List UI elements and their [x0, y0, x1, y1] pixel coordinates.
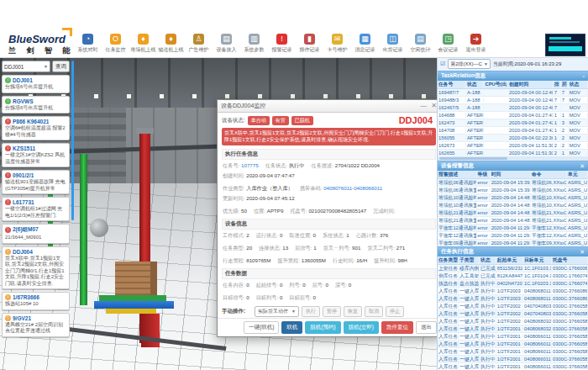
table-row[interactable]: 入库任务 一键入库 执行中 1/2TF2002 0408068032 0300C…: [438, 318, 588, 325]
table-row[interactable]: 堆垛机21通讯超时 error 2020-09-04 14:48:30 堆垛机2…: [438, 209, 588, 217]
alarm-card[interactable]: RGVWS 分拣塔6号出库提升机: [2, 96, 70, 114]
dialog-footer-button[interactable]: 联机: [281, 321, 302, 334]
toolbar-item[interactable]: ▤ 空闲统计: [407, 34, 434, 54]
toolbar-item[interactable]: ♙ 广告维护: [185, 34, 213, 54]
field-value: 1360055M: [302, 257, 326, 263]
alarm-card[interactable]: 9/GV21 通风蝶空21# 2层空间识别点位置处开连通过线: [2, 313, 70, 337]
table-row[interactable]: 平衡车12通讯恢复 error 2020-09-04 11:29:01 平衡车1…: [438, 232, 588, 240]
table-row[interactable]: 拣选任务 盘点拣选 执行中 0402N47201 1C.1F0203.1 030…: [438, 280, 588, 288]
field: 任务内容: 0: [223, 282, 256, 289]
dialog-footer-button[interactable]: 脱机(预约): [305, 321, 340, 334]
table-row[interactable]: 平衡车09通讯超时 error 2020-09-04 11:29:01 平衡车0…: [438, 240, 588, 246]
manual-op-button[interactable]: 恢复: [344, 306, 362, 317]
panel-close-icon[interactable]: ✕: [580, 163, 585, 170]
manual-op-button[interactable]: 停止: [386, 306, 404, 317]
scene-green-column: [80, 154, 87, 305]
manual-op-button[interactable]: 暂停: [323, 306, 341, 317]
cell: 0300C-37660866: [552, 288, 588, 293]
toolbar-item[interactable]: ♦ 输送机上线: [157, 34, 185, 54]
manual-op-button[interactable]: 执行: [302, 306, 320, 317]
table-row[interactable]: 堆垛机21通讯恢复 error 2020-09-04 14:48:30 堆垛机2…: [438, 217, 588, 225]
toolbar-item[interactable]: ◔ 系统对时: [74, 34, 102, 54]
dialog-footer-button[interactable]: 急停复位: [381, 321, 413, 334]
table-row[interactable]: 入库任务 一键入库 执行中 1/2TF2003 0408068011 0300C…: [438, 295, 588, 303]
table-row[interactable]: 入库任务 一键入库 执行中 1/2TF2001 0408068032 0300C…: [438, 325, 588, 333]
toolbar-item[interactable]: ◫ 出货记录: [379, 34, 407, 54]
table-row[interactable]: 堆垛机06通讯恢复 error 2020-09-04 15:39:36 堆垛机0…: [438, 187, 588, 194]
scrollbar-thumb[interactable]: [439, 157, 507, 160]
panel-collapse-icon[interactable]: ▫: [583, 73, 585, 79]
cell: 一键入库: [459, 303, 480, 310]
table-row[interactable]: 入库任务 一键入库 执行中 1/2TF2001 0408066011 0300C…: [438, 363, 588, 370]
floor-checkbox[interactable]: ☑: [440, 60, 445, 68]
cell: MOV: [569, 120, 588, 125]
alarm-card[interactable]: DDJ001 分拣塔6号出库提升机: [2, 75, 70, 93]
fork-action-select[interactable]: 实际货叉动作 ▼: [255, 306, 299, 317]
floor-select-value: 第2排(XX)—C: [450, 61, 482, 68]
table-row[interactable]: 162655 AFTER 2020-09-04 11:51:30 2 1 MOV: [438, 150, 588, 156]
cell: 2020-09-04 00:12:40: [508, 98, 554, 103]
table-row[interactable]: 162673 AFTER 2020-09-04 11:51:30 2 2 MOV: [438, 142, 588, 150]
alarm-card[interactable]: KZS1511 一楼北区1#空调KZS2 风机温度传感器异常: [2, 143, 70, 167]
cell: ASRS_UC3: [567, 210, 588, 215]
table-row[interactable]: 入库任务 一键入库 执行中 1/2TF2001 0408066011 0300C…: [438, 341, 588, 348]
toolbar-item[interactable]: ! 报警记录: [268, 34, 296, 54]
section-task-data-title: 任务数据: [222, 268, 436, 279]
table-row[interactable]: 入库任务 一键入库 执行中 1/2TF2001 0408066011 0300C…: [438, 333, 588, 341]
table-row[interactable]: 入库任务 一键入库 执行中 1/2TF2002 0407040803 0300C…: [438, 310, 588, 318]
table-row[interactable]: 入库任务 一键入库 执行中 1/2TF2002 0407040803 0300C…: [438, 303, 588, 310]
table-row[interactable]: 堆垛机10通讯恢复 error 2020-09-04 14:48:34 堆垛机1…: [438, 202, 588, 209]
alarm-card[interactable]: L617731 一楼空调机组1#过滤网 光电1/1(2/3)#压差报警门.: [2, 197, 70, 221]
app-root: 巷道信息 一楼巷道1# 堆垛机DDJ001 一楼巷道2# 堆垛机DDJ002: [0, 0, 588, 370]
toolbar-item[interactable]: ▦ 消息记录: [351, 34, 379, 54]
table-row[interactable]: 164688 AFTER 2020-09-04 01:27:41 1 1 MOV: [438, 112, 588, 119]
alarm-card[interactable]: 0901/2/1 输送机901变频器故障 光电(GTP305#)提升机异常: [2, 170, 70, 194]
alarm-card[interactable]: DDJ004 货叉X联中,货叉1预留1文联,货叉2预留2文联,外围安全门刀闸梯0…: [2, 246, 70, 290]
dialog-title-bar[interactable]: 设备DDJ004监控 — ✕: [218, 100, 440, 113]
toolbar-item-icon: ◳: [443, 34, 454, 45]
manual-op-button[interactable]: 取消: [365, 306, 383, 317]
table-row[interactable]: 156055 AFTER 2020-09-04 02:22:36 1 2 MOV: [438, 135, 588, 142]
panel-close-icon[interactable]: ✕: [580, 249, 585, 256]
table-row[interactable]: 162467/5 A-188 2020-09-04 00:12:40 7 MOV: [438, 104, 588, 112]
toolbar-item[interactable]: ▮ 操作记录: [296, 34, 323, 54]
table-row[interactable]: 162473 AFTER 2020-09-04 01:27:42 1 3 MOV: [438, 119, 588, 127]
table-row[interactable]: 169487/7 A-188 2020-09-04 00:12:40 7 7 M…: [438, 89, 588, 97]
toolbar-item[interactable]: ♦ 堆垛机上线: [129, 34, 157, 54]
table-row[interactable]: 倒库任务 入工具架 已完成 812KA8447 1C.1F0104.1 0300…: [438, 272, 588, 280]
minimize-icon[interactable]: —: [420, 102, 427, 110]
toolbar-item[interactable]: ▤ 设备接入: [213, 34, 240, 54]
toolbar-item[interactable]: ◳ 会议记录: [434, 34, 462, 54]
cell: 1/2TF2001: [496, 341, 523, 346]
toolbar-item[interactable]: ▥ 系统参数: [240, 34, 268, 54]
table-row[interactable]: 上架任务 移库内倒 已完成 6511S6/232 1C.1F0103.1 030…: [438, 265, 588, 272]
dialog-footer-button[interactable]: 一键(联机): [244, 321, 279, 334]
dialog-footer-button[interactable]: 脱机(立即): [344, 321, 379, 334]
table-row[interactable]: 入库任务 一键入库 执行中 1/2TF2001 0408066011 0300C…: [438, 356, 588, 363]
status-mini-widget[interactable]: [545, 34, 585, 56]
field-value: 0: [246, 282, 249, 288]
toolbar-item[interactable]: O 任务监控: [102, 34, 129, 54]
table-row[interactable]: 平衡车12通讯超时 error 2020-09-04 11:29:29 平衡车1…: [438, 225, 588, 232]
search-button[interactable]: 查询: [52, 61, 70, 72]
table-row[interactable]: 入库任务 一键入库 执行中 1/2TF2003 0408068011 0300C…: [438, 288, 588, 295]
close-icon[interactable]: ✕: [431, 102, 437, 110]
toolbar-item[interactable]: ✉ 卡号维护: [323, 34, 351, 54]
dialog-footer-button[interactable]: 退出: [416, 321, 437, 334]
device-filter-select[interactable]: DDJ001 ▼: [2, 61, 50, 72]
toolbar-item[interactable]: ➔ 退出登录: [462, 34, 490, 54]
sidebar-scrollbar[interactable]: [71, 61, 74, 220]
alarm-card[interactable]: P866 K964021 空调6#机组温度超温 报警2楼#4号传感器: [2, 116, 70, 140]
horizontal-scrollbar[interactable]: [438, 156, 588, 161]
table-row[interactable]: 堆垛机10通讯超时 error 2020-09-04 14:48:34 堆垛机1…: [438, 194, 588, 202]
cell: ASRS_UC2: [567, 233, 588, 238]
table-row[interactable]: 164708 AFTER 2020-09-04 01:27:42 1 2 MOV: [438, 127, 588, 135]
field: 托盘号: 02100270008482805147: [290, 208, 373, 215]
alarm-card[interactable]: 2(6)组M07 21/3644_M0901: [2, 224, 70, 244]
floor-select[interactable]: 第2排(XX)—C ▼: [448, 59, 491, 69]
alarm-card[interactable]: 1/67R3666 拣选站105# 10: [2, 292, 70, 310]
table-row[interactable]: 入库任务 一键入库 执行中 1/2TF2001 0408066011 0300C…: [438, 348, 588, 356]
device-id-text: DDJ004: [399, 115, 436, 125]
table-row[interactable]: 堆垛机06通讯超时 error 2020-09-04 15:39:36 堆垛机0…: [438, 179, 588, 187]
table-row[interactable]: 169488/3 A-188 2020-09-04 00:12:40 7 7 M…: [438, 97, 588, 104]
